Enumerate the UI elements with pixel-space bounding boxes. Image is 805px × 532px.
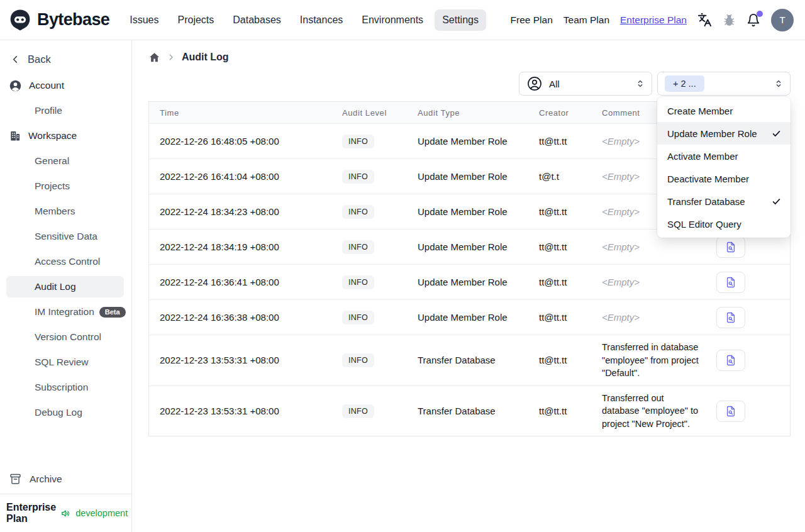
creator-filter-select[interactable]: All xyxy=(519,72,652,96)
sidebar-item-subscription[interactable]: Subscription xyxy=(0,375,131,400)
current-plan-label: Enterprise Plan xyxy=(6,502,56,524)
back-label: Back xyxy=(28,53,51,65)
bug-report-icon[interactable] xyxy=(723,13,736,26)
nav-item-settings[interactable]: Settings xyxy=(435,9,486,31)
user-avatar[interactable]: T xyxy=(771,9,794,31)
free-plan-label[interactable]: Free Plan xyxy=(511,14,553,26)
cell-time: 2022-12-26 16:41:04 +08:00 xyxy=(149,171,331,182)
sidebar-item-profile[interactable]: Profile xyxy=(0,98,131,123)
menu-item-deactivate-member[interactable]: Deactivate Member xyxy=(657,167,791,190)
cell-comment: Transferred in database "employee" from … xyxy=(591,335,706,385)
comment-empty: <Empty> xyxy=(602,136,640,147)
menu-item-label: Create Member xyxy=(667,106,733,116)
cell-level: INFO xyxy=(331,135,407,148)
menu-item-activate-member[interactable]: Activate Member xyxy=(657,145,791,167)
col-header-level: Audit Level xyxy=(331,108,407,118)
sidebar-item-sql-review[interactable]: SQL Review xyxy=(0,350,131,375)
archive-icon xyxy=(9,472,22,485)
menu-item-transfer-database[interactable]: Transfer Database xyxy=(657,190,791,213)
notifications-bell-icon[interactable] xyxy=(747,13,760,27)
select-updown-chevron-icon xyxy=(635,78,646,89)
view-detail-button[interactable] xyxy=(716,350,745,371)
cell-type: Transfer Database xyxy=(407,355,528,365)
sidebar-item-access-control[interactable]: Access Control xyxy=(0,249,131,274)
document-search-icon xyxy=(724,311,737,324)
nav-item-instances[interactable]: Instances xyxy=(292,9,350,31)
level-badge: INFO xyxy=(342,170,374,184)
cell-creator: tt@tt.tt xyxy=(528,312,591,323)
sidebar-item-sensitive-data[interactable]: Sensitive Data xyxy=(0,224,131,249)
menu-item-create-member[interactable]: Create Member xyxy=(657,99,791,122)
menu-item-label: Transfer Database xyxy=(667,196,745,207)
view-detail-button[interactable] xyxy=(716,272,745,293)
top-navigation: Bytebase Issues Projects Databases Insta… xyxy=(0,0,805,40)
menu-item-sql-editor-query[interactable]: SQL Editor Query xyxy=(657,213,791,235)
enterprise-plan-link[interactable]: Enterprise Plan xyxy=(620,14,687,26)
cell-level: INFO xyxy=(331,404,407,418)
comment-empty: <Empty> xyxy=(602,277,640,287)
document-search-icon xyxy=(724,241,737,253)
view-detail-button[interactable] xyxy=(716,401,745,422)
selected-types-tag: + 2 ... xyxy=(665,75,704,92)
cell-time: 2022-12-23 13:53:31 +08:00 xyxy=(149,355,331,365)
menu-item-update-member-role[interactable]: Update Member Role xyxy=(657,122,791,145)
archive-button[interactable]: Archive xyxy=(0,465,131,494)
nav-right-cluster: Free Plan Team Plan Enterprise Plan T xyxy=(511,9,794,31)
menu-item-label: Activate Member xyxy=(667,151,738,162)
nav-item-databases[interactable]: Databases xyxy=(225,9,289,31)
archive-label: Archive xyxy=(30,474,62,485)
cell-type: Update Member Role xyxy=(407,171,528,182)
col-header-type: Audit Type xyxy=(407,108,528,118)
cell-actions xyxy=(706,350,790,371)
level-badge: INFO xyxy=(342,135,374,148)
audit-type-dropdown-menu: Create Member Update Member Role Activat… xyxy=(657,97,791,238)
language-translate-icon[interactable] xyxy=(697,13,712,27)
cell-level: INFO xyxy=(331,353,407,367)
cell-level: INFO xyxy=(331,240,407,254)
sidebar-item-members[interactable]: Members xyxy=(0,199,131,224)
comment-empty: <Empty> xyxy=(602,312,640,323)
brand-logo[interactable]: Bytebase xyxy=(9,9,109,31)
user-circle-icon xyxy=(526,75,543,92)
cell-actions xyxy=(706,401,790,422)
comment-empty: <Empty> xyxy=(602,241,640,252)
view-detail-button[interactable] xyxy=(716,236,745,258)
section-label: Workspace xyxy=(28,130,77,141)
cell-creator: t@t.t xyxy=(528,171,591,182)
cell-time: 2022-12-23 13:53:31 +08:00 xyxy=(149,406,331,416)
audit-type-filter-select[interactable]: + 2 ... xyxy=(657,72,791,96)
cell-level: INFO xyxy=(331,275,407,289)
menu-item-label: Update Member Role xyxy=(667,128,757,139)
audit-log-page: Audit Log All + 2 ... xyxy=(132,40,805,532)
nav-item-issues[interactable]: Issues xyxy=(122,9,166,31)
sidebar-item-audit-log[interactable]: Audit Log xyxy=(6,276,124,297)
comment-empty: <Empty> xyxy=(602,171,640,182)
cell-creator: tt@tt.tt xyxy=(528,355,591,365)
document-search-icon xyxy=(724,405,737,418)
level-badge: INFO xyxy=(342,205,374,219)
beta-badge: Beta xyxy=(99,307,126,318)
page-title: Audit Log xyxy=(182,52,229,63)
table-row: 2022-12-23 13:53:31 +08:00 INFO Transfer… xyxy=(149,335,790,385)
home-icon[interactable] xyxy=(148,52,160,64)
cell-type: Update Member Role xyxy=(407,277,528,287)
nav-item-projects[interactable]: Projects xyxy=(170,9,222,31)
section-label: Account xyxy=(29,80,64,91)
sidebar-item-debug-log[interactable]: Debug Log xyxy=(0,400,131,425)
back-button[interactable]: Back xyxy=(0,40,131,67)
sidebar-item-general[interactable]: General xyxy=(0,148,131,174)
level-badge: INFO xyxy=(342,404,374,418)
level-badge: INFO xyxy=(342,240,374,254)
cell-time: 2022-12-24 16:36:38 +08:00 xyxy=(149,312,331,323)
filter-bar: All + 2 ... xyxy=(148,72,791,96)
sidebar-item-projects[interactable]: Projects xyxy=(0,174,131,199)
cell-type: Update Member Role xyxy=(407,136,528,147)
account-icon xyxy=(9,79,22,92)
bytebase-logo-icon xyxy=(9,9,31,31)
nav-item-environments[interactable]: Environments xyxy=(354,9,431,31)
view-detail-button[interactable] xyxy=(716,307,745,328)
team-plan-label[interactable]: Team Plan xyxy=(564,14,609,26)
sidebar-item-version-control[interactable]: Version Control xyxy=(0,324,131,350)
level-badge: INFO xyxy=(342,311,374,324)
sidebar-item-im-integration[interactable]: IM Integration Beta xyxy=(0,299,131,324)
